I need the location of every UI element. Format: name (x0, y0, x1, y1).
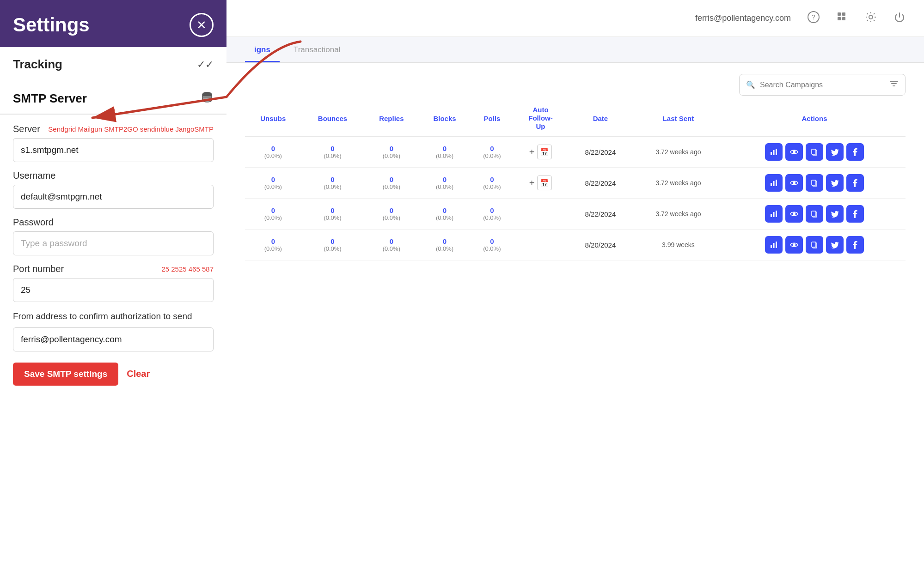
from-address-row: From address to confirm authorization to… (13, 310, 214, 351)
cell-followup (514, 230, 568, 260)
campaigns-data-table: Unsubs Bounces Replies Blocks Polls Auto… (245, 100, 906, 260)
svg-rect-27 (771, 245, 772, 248)
from-address-label: From address to confirm authorization to… (13, 310, 214, 323)
settings-body: Tracking ✓✓ SMTP Server Server Sendgr (0, 47, 226, 587)
tracking-label: Tracking (13, 57, 62, 72)
cell-date: 8/22/2024 (568, 137, 633, 168)
svg-rect-15 (771, 183, 772, 186)
facebook-button[interactable] (846, 143, 864, 161)
cell-followup[interactable]: +📅 (514, 168, 568, 199)
username-input[interactable] (13, 185, 214, 209)
twitter-button[interactable] (826, 143, 844, 161)
svg-rect-20 (812, 180, 816, 185)
password-input[interactable] (13, 231, 214, 255)
sub-header: igns Transactional (226, 37, 924, 63)
calendar-icon[interactable]: 📅 (537, 145, 552, 159)
username-label: Username (13, 170, 55, 181)
copy-button[interactable] (806, 174, 823, 192)
port-input[interactable] (13, 278, 214, 302)
cell-actions (723, 230, 906, 260)
svg-rect-22 (773, 212, 775, 217)
tab-transactional[interactable]: Transactional (284, 39, 349, 62)
settings-icon[interactable] (865, 11, 877, 26)
cell-blocks: 0(0.0%) (419, 137, 471, 168)
analytics-button[interactable] (765, 143, 783, 161)
search-box: 🔍 (739, 74, 906, 96)
server-input[interactable] (13, 138, 214, 162)
username-row: Username (13, 170, 214, 209)
copy-button[interactable] (806, 143, 823, 161)
cell-polls: 0(0.0%) (471, 230, 514, 260)
twitter-button[interactable] (826, 205, 844, 223)
cell-last-sent: 3.72 weeks ago (633, 199, 723, 230)
analytics-button[interactable] (765, 205, 783, 223)
close-button[interactable]: ✕ (190, 13, 214, 37)
svg-point-8 (869, 15, 873, 19)
cell-blocks: 0(0.0%) (419, 199, 471, 230)
add-followup-icon[interactable]: + (529, 178, 535, 188)
settings-title: Settings (13, 14, 90, 36)
save-smtp-button[interactable]: Save SMTP settings (13, 363, 118, 386)
svg-rect-14 (812, 149, 816, 154)
cell-bounces: 0(0.0%) (301, 168, 364, 199)
twitter-button[interactable] (826, 236, 844, 254)
cell-replies: 0(0.0%) (364, 137, 419, 168)
settings-panel: Settings ✕ Tracking ✓✓ SMTP Server (0, 0, 226, 587)
svg-rect-29 (776, 242, 777, 248)
col-date: Date (568, 100, 633, 137)
svg-rect-32 (812, 242, 816, 247)
facebook-button[interactable] (846, 236, 864, 254)
filter-icon[interactable] (889, 79, 899, 91)
password-row: Password (13, 217, 214, 255)
search-input[interactable] (760, 81, 885, 89)
svg-rect-17 (776, 180, 777, 186)
cell-bounces: 0(0.0%) (301, 230, 364, 260)
from-address-input[interactable] (13, 327, 214, 351)
copy-button[interactable] (806, 236, 823, 254)
facebook-button[interactable] (846, 174, 864, 192)
top-bar: ferris@pollentagency.com ? (226, 0, 924, 37)
twitter-button[interactable] (826, 174, 844, 192)
cell-followup[interactable]: +📅 (514, 137, 568, 168)
cell-replies: 0(0.0%) (364, 168, 419, 199)
preview-button[interactable] (785, 174, 803, 192)
preview-button[interactable] (785, 205, 803, 223)
server-label-row: Server Sendgrid Mailgun SMTP2GO sendinbl… (13, 124, 214, 134)
preview-button[interactable] (785, 236, 803, 254)
cell-date: 8/20/2024 (568, 230, 633, 260)
cell-blocks: 0(0.0%) (419, 168, 471, 199)
campaigns-table: Unsubs Bounces Replies Blocks Polls Auto… (226, 100, 924, 587)
preview-button[interactable] (785, 143, 803, 161)
cell-replies: 0(0.0%) (364, 230, 419, 260)
col-replies: Replies (364, 100, 419, 137)
add-followup-icon[interactable]: + (529, 147, 535, 157)
cell-last-sent: 3.99 weeks (633, 230, 723, 260)
svg-rect-11 (776, 149, 777, 155)
tab-campaigns[interactable]: igns (245, 39, 280, 62)
clear-button[interactable]: Clear (127, 369, 150, 379)
server-hint: Sendgrid Mailgun SMTP2GO sendinblue Jang… (48, 125, 214, 133)
cell-actions (723, 199, 906, 230)
smtp-title: SMTP Server (13, 91, 87, 106)
svg-rect-5 (842, 12, 845, 16)
username-label-row: Username (13, 170, 214, 181)
cell-polls: 0(0.0%) (471, 137, 514, 168)
apps-icon[interactable] (836, 11, 848, 26)
analytics-button[interactable] (765, 236, 783, 254)
table-row: 0(0.0%) 0(0.0%) 0(0.0%) 0(0.0%) 0(0.0%) … (245, 230, 906, 260)
power-icon[interactable] (893, 11, 906, 26)
analytics-button[interactable] (765, 174, 783, 192)
table-row: 0(0.0%) 0(0.0%) 0(0.0%) 0(0.0%) 0(0.0%) … (245, 137, 906, 168)
settings-header: Settings ✕ (0, 0, 226, 47)
svg-text:?: ? (812, 13, 815, 21)
calendar-icon[interactable]: 📅 (537, 175, 552, 190)
database-icon (201, 91, 214, 106)
facebook-button[interactable] (846, 205, 864, 223)
copy-button[interactable] (806, 205, 823, 223)
help-icon[interactable]: ? (808, 11, 820, 26)
port-label-row: Port number 25 2525 465 587 (13, 264, 214, 274)
svg-rect-16 (773, 181, 775, 186)
search-area: 🔍 (226, 63, 924, 100)
cell-unsubs: 0(0.0%) (245, 137, 301, 168)
tracking-section[interactable]: Tracking ✓✓ (0, 47, 226, 82)
